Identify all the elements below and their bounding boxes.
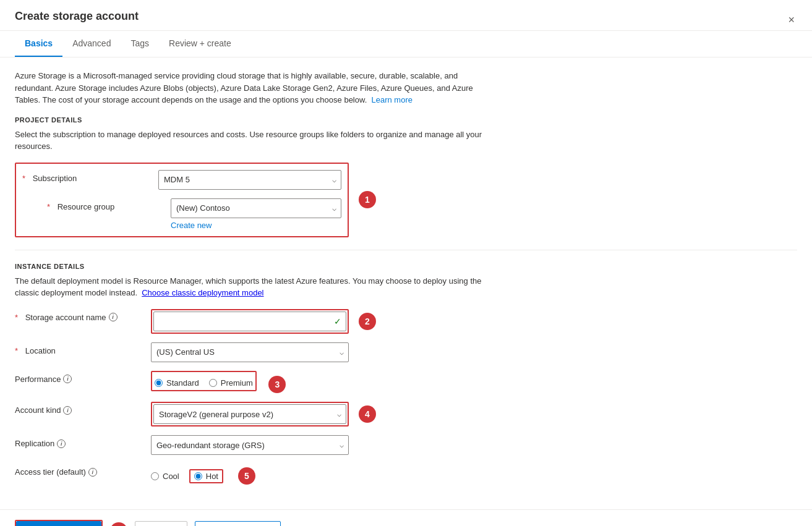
review-create-btn-wrapper: Review + create: [15, 520, 103, 526]
footer: Review + create 6 Previous Next : Advanc…: [0, 509, 812, 526]
tab-bar: Basics Advanced Tags Review + create: [0, 31, 812, 57]
performance-standard-radio[interactable]: [155, 379, 163, 387]
account-kind-select-wrapper: StorageV2 (general purpose v2) ⌵ 4: [151, 402, 349, 426]
access-tier-radio-group: Cool Hot 5: [151, 464, 349, 485]
replication-select-wrapper: Geo-redundant storage (GRS) ⌵: [151, 435, 349, 455]
performance-label: Performance i: [15, 371, 151, 384]
performance-standard-option[interactable]: Standard: [155, 378, 199, 388]
access-tier-cool-label: Cool: [163, 472, 179, 481]
next-button[interactable]: Next : Advanced >: [195, 521, 281, 526]
subscription-select-wrapper: MDM 5 ⌵: [158, 170, 341, 190]
account-kind-label: Account kind i: [15, 402, 151, 415]
storage-name-info-icon[interactable]: i: [109, 313, 118, 321]
tab-tags[interactable]: Tags: [121, 31, 159, 57]
subscription-group: * Subscription MDM 5 ⌵: [22, 170, 341, 190]
tab-basics[interactable]: Basics: [15, 31, 62, 57]
performance-group: Performance i Standard Premium: [15, 371, 349, 394]
location-select-wrapper: (US) Central US ⌵: [151, 342, 349, 362]
performance-standard-label: Standard: [166, 378, 199, 388]
performance-premium-radio[interactable]: [209, 379, 217, 387]
close-button[interactable]: ×: [785, 11, 797, 29]
resource-group-form-group: * Resource group (New) Contoso ⌵ Create …: [22, 198, 341, 230]
instance-details-title: INSTANCE DETAILS: [15, 263, 797, 270]
storage-name-input[interactable]: yourstorageaccountname: [153, 312, 346, 331]
project-details-desc: Select the subscription to manage deploy…: [15, 129, 485, 153]
create-storage-dialog: Create storage account × Basics Advanced…: [0, 0, 812, 526]
resource-group-label: * Resource group: [35, 198, 171, 211]
location-label: * Location: [15, 342, 151, 355]
instance-details-desc: The default deployment model is Resource…: [15, 275, 485, 299]
subscription-label: * Subscription: [22, 170, 158, 183]
performance-info-icon[interactable]: i: [63, 375, 72, 383]
replication-label: Replication i: [15, 435, 151, 448]
learn-more-link[interactable]: Learn more: [372, 95, 412, 104]
create-new-link[interactable]: Create new: [171, 221, 341, 230]
project-details-title: PROJECT DETAILS: [15, 116, 797, 124]
access-tier-cool-radio[interactable]: [151, 472, 159, 480]
replication-select[interactable]: Geo-redundant storage (GRS): [151, 435, 349, 455]
performance-premium-label: Premium: [221, 378, 253, 388]
access-tier-group: Access tier (default) i Cool Hot: [15, 464, 349, 485]
replication-group: Replication i Geo-redundant storage (GRS…: [15, 435, 349, 455]
resource-group-select[interactable]: (New) Contoso: [171, 198, 341, 218]
section-divider-1: [15, 250, 797, 250]
callout-3: 3: [268, 376, 286, 393]
access-tier-hot-option[interactable]: Hot: [189, 469, 223, 483]
content-area: Azure Storage is a Microsoft-managed ser…: [0, 57, 812, 509]
resource-group-select-wrapper: (New) Contoso ⌵ Create new: [171, 198, 341, 230]
storage-name-group: * Storage account name i yourstorageacco…: [15, 309, 349, 334]
project-details-section: PROJECT DETAILS Select the subscription …: [15, 116, 797, 237]
input-valid-icon: ✓: [334, 316, 341, 326]
classic-deployment-link[interactable]: Choose classic deployment model: [142, 288, 263, 297]
callout-2: 2: [359, 313, 376, 330]
access-tier-cool-option[interactable]: Cool: [151, 472, 179, 481]
performance-radio-group: Standard Premium: [155, 375, 253, 388]
callout-4: 4: [359, 405, 376, 423]
dialog-title: Create storage account: [15, 10, 139, 30]
dialog-header: Create storage account ×: [0, 0, 812, 31]
account-kind-group: Account kind i StorageV2 (general purpos…: [15, 402, 349, 426]
access-tier-hot-radio[interactable]: [194, 472, 202, 480]
account-kind-select[interactable]: StorageV2 (general purpose v2): [153, 404, 346, 424]
callout-5: 5: [238, 467, 255, 485]
access-tier-options-wrapper: Cool Hot 5: [151, 464, 349, 485]
instance-details-section: INSTANCE DETAILS The default deployment …: [15, 263, 797, 485]
location-select[interactable]: (US) Central US: [151, 342, 349, 362]
callout-1: 1: [359, 191, 376, 208]
storage-name-label: * Storage account name i: [15, 309, 151, 322]
intro-description: Azure Storage is a Microsoft-managed ser…: [15, 70, 485, 106]
storage-name-input-wrapper: yourstorageaccountname ✓: [151, 309, 349, 334]
access-tier-label: Access tier (default) i: [15, 464, 151, 477]
subscription-select[interactable]: MDM 5: [158, 170, 341, 190]
location-group: * Location (US) Central US ⌵: [15, 342, 349, 362]
performance-premium-option[interactable]: Premium: [209, 378, 253, 388]
account-kind-info-icon[interactable]: i: [63, 406, 72, 415]
callout-6: 6: [110, 522, 127, 526]
access-tier-hot-label: Hot: [206, 472, 218, 481]
tab-advanced[interactable]: Advanced: [62, 31, 121, 57]
replication-info-icon[interactable]: i: [57, 439, 66, 448]
access-tier-info-icon[interactable]: i: [88, 468, 97, 477]
tab-review-create[interactable]: Review + create: [159, 31, 241, 57]
review-create-button[interactable]: Review + create: [16, 521, 101, 526]
performance-options-wrapper: Standard Premium 3: [151, 371, 349, 394]
previous-button[interactable]: Previous: [135, 521, 187, 526]
